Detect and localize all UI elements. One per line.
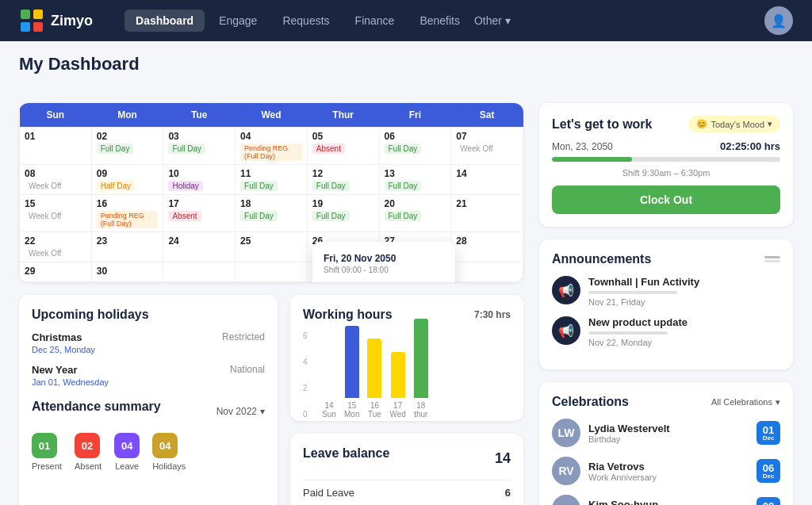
attendance-title: Attendance summary [32, 400, 161, 414]
cal-date-num: 09 [97, 168, 159, 179]
calendar-cell[interactable]: 21 [451, 195, 523, 232]
cal-date-num: 29 [25, 266, 86, 277]
work-hours: 02:25:00 hrs [720, 140, 780, 152]
attendance-badge-label: Present [32, 461, 62, 471]
nav-other[interactable]: Other ▾ [474, 14, 511, 27]
nav-finance[interactable]: Finance [344, 10, 406, 32]
calendar-cell[interactable]: 28 [451, 232, 523, 262]
user-avatar[interactable]: 👤 [764, 6, 793, 35]
holiday-type: National [230, 364, 265, 375]
celebrations-filter[interactable]: All Celebrations ▾ [711, 397, 780, 407]
attendance-badge-num: 04 [114, 433, 140, 458]
calendar-cell[interactable]: 11Full Day [236, 165, 308, 195]
calendar-cell[interactable]: 13Full Day [379, 165, 451, 195]
calendar-cell[interactable] [236, 262, 308, 282]
bar-group-17: 17 Wed [389, 352, 405, 419]
calendar-cell[interactable]: 08Week Off [20, 165, 92, 195]
calendar-cell[interactable]: 10Holiday [163, 165, 236, 195]
calendar-cell[interactable]: 25 [236, 232, 308, 262]
cal-date-num: 25 [240, 235, 302, 247]
navbar: Zimyo Dashboard Engage Requests Finance … [0, 0, 812, 41]
attendance-badge-num: 04 [152, 433, 178, 458]
nav-links: Dashboard Engage Requests Finance Benefi… [124, 10, 764, 32]
calendar-cell[interactable]: 07Week Off [451, 128, 523, 165]
cal-badge: Pending REG (Full Day) [240, 143, 302, 161]
holiday-item: New Year Jan 01, Wednesday National [32, 364, 265, 387]
attendance-month-picker[interactable]: Nov 2022 ▾ [216, 406, 265, 417]
bar-16 [367, 339, 381, 398]
calendar-cell[interactable] [163, 262, 236, 282]
cal-badge: Week Off [25, 211, 65, 221]
attendance-badges: 01 Present 02 Absent 04 Leave 04 Holiday… [32, 433, 265, 471]
cal-date-num: 23 [97, 235, 159, 247]
leave-paid-val: 6 [505, 487, 511, 499]
calendar-cell[interactable]: 29 [20, 262, 92, 282]
calendar-cell[interactable]: 30 [91, 262, 163, 282]
cal-badge: Full Day [385, 211, 422, 221]
right-cards: Working hours 7:30 hrs 6 4 2 0 [290, 295, 523, 505]
attendance-badge: 01 Present [32, 433, 62, 471]
announcements-list: 📢 Townhall | Fun Activity Nov 21, Friday… [552, 276, 780, 347]
calendar-cell[interactable]: 17Absent [163, 195, 236, 232]
calendar-cell[interactable]: 04Pending REG (Full Day) [236, 128, 308, 165]
calendar-cell[interactable]: 05Absent [307, 128, 379, 165]
logo-icon [19, 8, 44, 33]
cal-date-num: 05 [312, 131, 374, 142]
nav-benefits[interactable]: Benefits [408, 10, 471, 32]
calendar-cell[interactable]: 24 [163, 232, 236, 262]
calendar-cell[interactable]: 19Full Day [307, 195, 379, 232]
calendar-cell[interactable]: 14 [451, 165, 523, 195]
celebration-avatar: RV [552, 457, 580, 485]
calendar-cell[interactable]: 18Full Day [236, 195, 308, 232]
holidays-list: Christmas Dec 25, Monday Restricted New … [32, 331, 265, 387]
cal-badge: Absent [312, 143, 345, 154]
clock-out-button[interactable]: Clock Out [552, 186, 780, 214]
celebration-type: Work Anniversary [588, 472, 749, 482]
cal-badge: Week Off [25, 248, 65, 258]
calendar-cell[interactable]: 03Full Day [163, 128, 236, 165]
calendar-cell[interactable]: 01 [20, 128, 92, 165]
celebrations-card: Celebrations All Celebrations ▾ LW Lydia… [539, 382, 793, 505]
announcement-name: Townhall | Fun Activity [588, 276, 699, 288]
cal-date-num: 03 [168, 131, 230, 142]
cal-header-sat: Sat [451, 103, 523, 128]
calendar-cell[interactable]: 22Week Off [20, 232, 92, 262]
nav-dashboard[interactable]: Dashboard [124, 10, 205, 32]
cal-date-num: 06 [385, 131, 446, 142]
logo[interactable]: Zimyo [19, 8, 93, 33]
celebration-item: KS Kim Soo-hyun Marriage Anniversary 08 … [552, 495, 780, 505]
calendar-cell[interactable]: 09Half Day [91, 165, 163, 195]
calendar-cell[interactable]: 23 [91, 232, 163, 262]
celebration-date-badge: 01 Dec [756, 421, 780, 445]
bar-18 [414, 319, 428, 398]
chevron-down-icon: ▾ [505, 14, 511, 27]
cal-date-num: 11 [240, 168, 302, 179]
announcements-title: Announcements [552, 252, 651, 266]
svg-rect-3 [33, 22, 43, 32]
work-widget-header: Let's get to work 😊 Today's Mood ▾ [552, 116, 780, 132]
celebration-item: RV Ria Vetrovs Work Anniversary 06 Dec [552, 457, 780, 485]
calendar-cell[interactable] [451, 262, 523, 282]
calendar-cell[interactable]: 02Full Day [91, 128, 163, 165]
cal-badge: Full Day [240, 211, 278, 221]
calendar-cell[interactable]: 15Week Off [20, 195, 92, 232]
nav-requests[interactable]: Requests [271, 10, 340, 32]
calendar-cell[interactable]: 12Full Day [307, 165, 379, 195]
announcement-line [588, 331, 668, 335]
leave-balance-header: Leave balance 14 [303, 446, 511, 470]
calendar-cell[interactable]: 20Full Day [379, 195, 451, 232]
celebration-name: Kim Soo-hyun [588, 499, 749, 506]
mood-button[interactable]: 😊 Today's Mood ▾ [688, 116, 780, 132]
cal-badge: Full Day [168, 143, 205, 154]
nav-engage[interactable]: Engage [208, 10, 268, 32]
announcement-date: Nov 21, Friday [588, 297, 699, 307]
chevron-down-icon2: ▾ [260, 406, 265, 417]
calendar-cell[interactable]: 16Pending REG (Full Day) [91, 195, 163, 232]
day-popup: Fri, 20 Nov 2050 Shift 09:00 - 18:00 Clo… [312, 242, 455, 282]
svg-rect-1 [33, 10, 43, 19]
popup-title: Fri, 20 Nov 2050 [324, 253, 444, 264]
cal-header-tue: Tue [163, 103, 236, 128]
cal-badge: Holiday [168, 181, 202, 191]
attendance-badge-label: Absent [75, 461, 102, 471]
calendar-cell[interactable]: 06Full Day [379, 128, 451, 165]
